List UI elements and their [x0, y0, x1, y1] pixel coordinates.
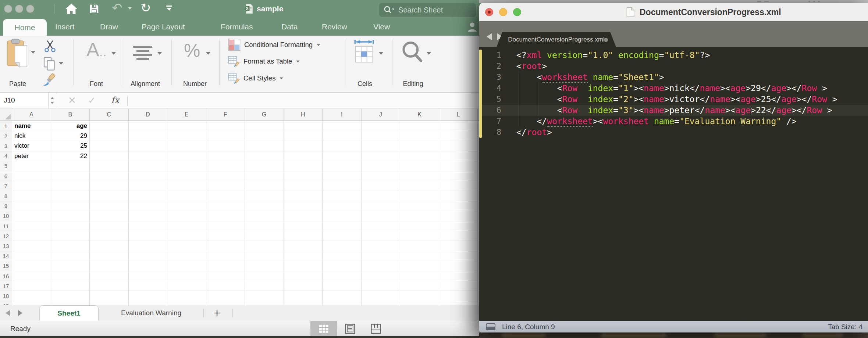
ribbon-tab-insert[interactable]: Insert: [55, 18, 75, 36]
sheet-tab-evaluation-warning[interactable]: Evaluation Warning: [103, 305, 199, 321]
grid-cell-H12[interactable]: [284, 231, 323, 241]
grid-cell-K10[interactable]: [400, 211, 439, 221]
column-header-I[interactable]: I: [323, 108, 362, 121]
grid-cell-F14[interactable]: [206, 251, 245, 261]
grid-cell-B9[interactable]: [51, 201, 90, 211]
number-dropdown-icon[interactable]: [206, 52, 210, 55]
tab-size-text[interactable]: Tab Size: 4: [828, 321, 862, 332]
grid-cell-I12[interactable]: [323, 231, 362, 241]
row-header-14[interactable]: 14: [0, 251, 12, 261]
grid-cell-D5[interactable]: [129, 161, 168, 171]
grid-cell-A5[interactable]: [12, 161, 51, 171]
cell-styles-button[interactable]: Cell Styles: [228, 72, 284, 84]
row-header-17[interactable]: 17: [0, 281, 12, 291]
grid-cell-J5[interactable]: [362, 161, 401, 171]
grid-cell-K1[interactable]: [400, 121, 439, 131]
grid-cell-J7[interactable]: [362, 181, 401, 191]
grid-cell-B18[interactable]: [51, 291, 90, 301]
grid-cell-I17[interactable]: [323, 281, 362, 291]
column-header-D[interactable]: D: [129, 108, 168, 121]
grid-cell-I1[interactable]: [323, 121, 362, 131]
formula-input[interactable]: [131, 93, 479, 108]
row-header-18[interactable]: 18: [0, 291, 12, 301]
grid-cell-B17[interactable]: [51, 281, 90, 291]
grid-cell-D3[interactable]: [129, 141, 168, 151]
grid-cell-J17[interactable]: [362, 281, 401, 291]
code-line-2[interactable]: 2<root>: [479, 61, 868, 72]
grid-cell-G16[interactable]: [245, 271, 284, 281]
grid-cell-J8[interactable]: [362, 191, 401, 201]
grid-cell-E7[interactable]: [167, 181, 206, 191]
grid-cell-K12[interactable]: [400, 231, 439, 241]
grid-cell-I7[interactable]: [323, 181, 362, 191]
grid-cell-F12[interactable]: [206, 231, 245, 241]
zoom-button-inactive[interactable]: [26, 5, 34, 13]
format-painter-button[interactable]: [43, 73, 56, 89]
grid-cell-L7[interactable]: [439, 181, 478, 191]
grid-cell-C19[interactable]: [90, 301, 129, 305]
font-dropdown-icon[interactable]: [111, 52, 116, 55]
grid-cell-G8[interactable]: [245, 191, 284, 201]
grid-cell-F1[interactable]: [206, 121, 245, 131]
grid-cell-C1[interactable]: [90, 121, 129, 131]
grid-cell-C12[interactable]: [90, 231, 129, 241]
grid-cell-G7[interactable]: [245, 181, 284, 191]
close-button[interactable]: [485, 8, 493, 16]
grid-cell-H18[interactable]: [284, 291, 323, 301]
grid-cell-G15[interactable]: [245, 261, 284, 271]
grid-cell-G13[interactable]: [245, 241, 284, 251]
ribbon-tab-home[interactable]: Home: [3, 19, 47, 36]
grid-cell-I14[interactable]: [323, 251, 362, 261]
grid-cell-C11[interactable]: [90, 221, 129, 231]
font-settings-button[interactable]: A..: [86, 39, 107, 61]
copy-button[interactable]: [43, 57, 55, 72]
grid-cell-E3[interactable]: [167, 141, 206, 151]
column-header-H[interactable]: H: [284, 108, 323, 121]
grid-cell-L8[interactable]: [439, 191, 478, 201]
grid-cell-A13[interactable]: [12, 241, 51, 251]
grid-cell-H3[interactable]: [284, 141, 323, 151]
grid-cell-C3[interactable]: [90, 141, 129, 151]
grid-cell-D16[interactable]: [129, 271, 168, 281]
grid-cell-D19[interactable]: [129, 301, 168, 305]
grid-cell-I15[interactable]: [323, 261, 362, 271]
conditional-formatting-button[interactable]: Conditional Formatting: [228, 39, 321, 51]
column-header-L[interactable]: L: [439, 108, 478, 121]
grid-cell-H9[interactable]: [284, 201, 323, 211]
grid-cell-B3[interactable]: 25: [51, 141, 90, 151]
paste-dropdown-icon[interactable]: [31, 51, 35, 54]
grid-cell-A11[interactable]: [12, 221, 51, 231]
grid-cell-B7[interactable]: [51, 181, 90, 191]
grid-cell-F10[interactable]: [206, 211, 245, 221]
panel-toggle-icon[interactable]: [486, 323, 495, 330]
spinner-down-icon[interactable]: [51, 102, 54, 104]
grid-cell-E5[interactable]: [167, 161, 206, 171]
grid-cell-E9[interactable]: [167, 201, 206, 211]
grid-cell-J19[interactable]: [362, 301, 401, 305]
grid-cell-A15[interactable]: [12, 261, 51, 271]
minimize-button-inactive[interactable]: [15, 5, 23, 13]
grid-cell-H6[interactable]: [284, 171, 323, 181]
grid-cell-L2[interactable]: [439, 131, 478, 141]
grid-cell-H2[interactable]: [284, 131, 323, 141]
editing-dropdown-icon[interactable]: [427, 52, 431, 55]
grid-cell-E15[interactable]: [167, 261, 206, 271]
ribbon-tab-draw[interactable]: Draw: [100, 18, 118, 36]
nav-back-icon[interactable]: [487, 33, 492, 40]
grid-cell-K11[interactable]: [400, 221, 439, 231]
code-line-4[interactable]: 4 <Row index="1"><name>nick</name><age>2…: [479, 83, 868, 94]
grid-cell-F8[interactable]: [206, 191, 245, 201]
grid-cell-G11[interactable]: [245, 221, 284, 231]
page-layout-view-button[interactable]: [342, 321, 358, 336]
column-header-G[interactable]: G: [245, 108, 284, 121]
column-header-J[interactable]: J: [362, 108, 401, 121]
grid-cell-G10[interactable]: [245, 211, 284, 221]
grid-cell-E8[interactable]: [167, 191, 206, 201]
grid-cell-A3[interactable]: victor: [12, 141, 51, 151]
grid-cell-H17[interactable]: [284, 281, 323, 291]
grid-cell-E10[interactable]: [167, 211, 206, 221]
grid-cell-D6[interactable]: [129, 171, 168, 181]
name-box[interactable]: J10: [0, 93, 49, 108]
grid-cell-J1[interactable]: [362, 121, 401, 131]
grid-cell-F3[interactable]: [206, 141, 245, 151]
